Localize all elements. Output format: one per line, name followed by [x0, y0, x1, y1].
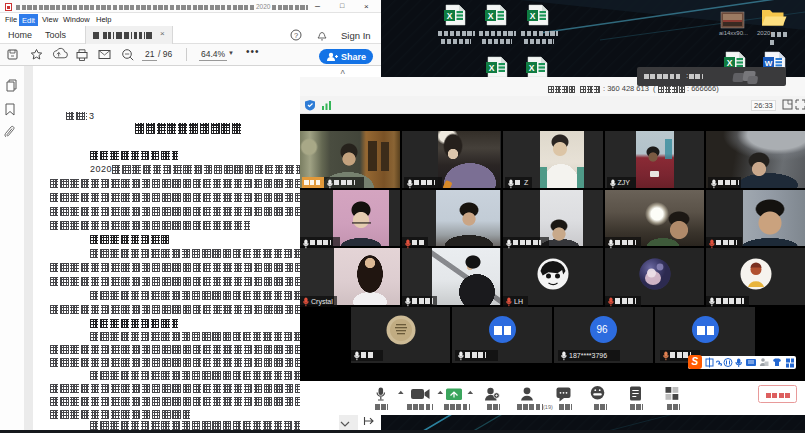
svg-text:?: ? [294, 31, 298, 40]
